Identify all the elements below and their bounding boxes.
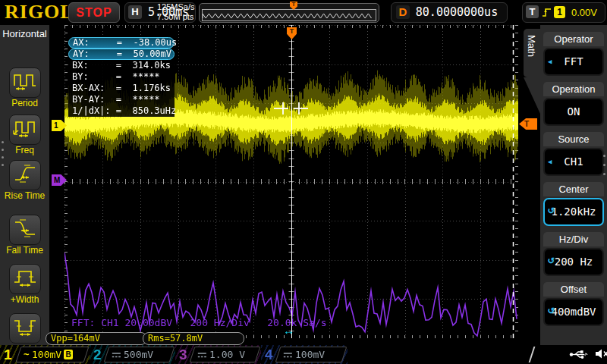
delay-value: 80.0000000us — [411, 3, 502, 22]
channel-1-status[interactable]: 1 ~100mVB — [0, 345, 90, 364]
softkey-label: Offset — [543, 282, 604, 297]
softkey-label: Center — [543, 182, 604, 196]
softkey-value-text: 200 Hz — [555, 256, 593, 268]
menu-page-dot — [2, 149, 4, 151]
menu-item-label: Fall Time — [0, 246, 49, 255]
rise-time-icon — [13, 163, 37, 187]
menu-item-period[interactable]: Period — [0, 67, 49, 108]
menu-item-fall-time[interactable]: Fall Time — [0, 215, 49, 255]
softkey-value-text: ON — [568, 105, 580, 118]
cursor-measurement-box: AX: = -38.00usAY: = 50.00mVBX: = 314.0ks… — [68, 37, 175, 117]
menu-item-label: Period — [0, 99, 49, 108]
menu-page-dot — [2, 141, 4, 143]
preview-window — [202, 9, 376, 21]
menu-item-label: Freq — [0, 146, 49, 155]
softkey-operation[interactable]: Operation ON — [543, 82, 604, 126]
softkey-value[interactable]: ON — [543, 98, 604, 126]
rigol-logo: RIGOL — [5, 1, 74, 24]
channel-slot[interactable]: 100mV — [275, 347, 348, 362]
minus-width-icon — [13, 316, 37, 340]
softkey-value[interactable]: ◀ FFT — [543, 48, 604, 76]
menu-page-dot — [603, 173, 605, 175]
channel-slot[interactable]: 500mV — [104, 347, 175, 362]
softkey-label: Source — [543, 132, 604, 146]
fft-horizontal-position-marker[interactable]: ↔ — [283, 324, 294, 337]
acquisition-info: 125MSa/s 7.50M pts — [157, 2, 195, 22]
fall-time-icon — [13, 218, 37, 242]
trigger-box[interactable]: T 1 0.00V — [522, 2, 605, 23]
vpp-measurement: Vpp=164mV — [46, 332, 147, 345]
channel-scale: 1.00 V — [209, 349, 245, 360]
math-tab-notch — [524, 77, 540, 114]
channel-slot[interactable]: ~100mVB — [16, 347, 90, 362]
rms-measurement: Rms=57.8mV — [143, 332, 244, 345]
menu-item-tile[interactable] — [9, 313, 41, 344]
cursor-row-ax: AX: = -38.00us — [68, 37, 175, 49]
run-stop-status[interactable]: STOP — [68, 2, 120, 23]
channel-status-bar: 1 ~100mVB2 500mV3 1.00 V4 100mV — [0, 345, 607, 364]
menu-item-freq[interactable]: Freq — [0, 115, 49, 155]
softkey-label: Operation — [543, 82, 604, 96]
cursor-row-ay: AY: = 50.00mV — [68, 49, 175, 60]
channel-slot[interactable]: 1.00 V — [190, 347, 261, 362]
softkey-offset[interactable]: Offset ↺ 400mdBV — [543, 282, 604, 326]
left-measure-menu: Horizontal Period Freq Rise Time Fall Ti… — [0, 25, 49, 345]
softkey-center[interactable]: Center ↺ 1.20kHz — [543, 182, 604, 226]
channel-number: 1 — [4, 345, 12, 364]
softkey-value[interactable]: ◀ CH1 — [543, 148, 604, 176]
softkey-value[interactable]: ↺ 400mdBV — [543, 298, 604, 326]
channel-4-status[interactable]: 4 100mV — [261, 345, 348, 364]
channel-3-status[interactable]: 3 1.00 V — [175, 345, 261, 364]
softkey-hz-div[interactable]: Hz/Div ↺ 200 Hz — [543, 232, 604, 276]
softkey-value[interactable]: ↺ 1.20kHz — [543, 198, 604, 226]
oscilloscope-screen: RIGOL STOP H 5.00ms 125MSa/s 7.50M pts T… — [0, 0, 607, 364]
ac-coupling-icon: ~ — [24, 349, 30, 360]
select-arrow-icon: ◀ — [548, 149, 552, 174]
menu-item-tile[interactable] — [9, 115, 41, 145]
bandwidth-limit-icon: B — [64, 350, 73, 359]
softkey-source[interactable]: Source ◀ CH1 — [543, 132, 604, 176]
statusbar-separator — [529, 347, 536, 362]
menu-item-rise-time[interactable]: Rise Time — [0, 160, 49, 200]
trigger-level-marker[interactable]: T — [519, 118, 537, 130]
left-menu-title: Horizontal — [0, 28, 49, 39]
softkey-value-text: 400mdBV — [551, 306, 596, 318]
preview-waveform — [203, 11, 374, 20]
channel-number: 4 — [265, 345, 273, 364]
channel-scale: 100mV — [295, 349, 325, 360]
h-label: H — [128, 5, 142, 19]
channel-number: 3 — [179, 345, 187, 364]
delay-label: D — [396, 5, 410, 19]
channel-2-status[interactable]: 2 500mV — [90, 345, 175, 364]
menu-item-tile[interactable] — [9, 160, 41, 190]
menu-item-tile[interactable] — [9, 215, 41, 245]
trigger-source-badge: 1 — [554, 6, 565, 18]
menu-item-label: Rise Time — [0, 191, 49, 200]
top-bar: RIGOL STOP H 5.00ms 125MSa/s 7.50M pts T… — [0, 0, 607, 25]
channel-number: 2 — [93, 345, 102, 364]
cursor-row-dx: 1/|dX|: = 850.3uHz — [68, 105, 175, 117]
menu-page-dot — [603, 155, 605, 157]
menu-page-dot — [2, 156, 4, 158]
select-arrow-icon: ◀ — [548, 49, 552, 74]
softkey-value-text: CH1 — [564, 155, 583, 168]
trigger-level-value: 0.00V — [567, 3, 602, 22]
freq-icon — [13, 118, 37, 142]
cursor-row-bx: BX: = 314.0ks — [68, 60, 175, 71]
softkey-value[interactable]: ↺ 200 Hz — [543, 248, 604, 276]
menu-item--width[interactable]: +Width — [0, 264, 49, 304]
delay-box[interactable]: D 80.0000000us — [391, 2, 508, 23]
channel-scale: 500mV — [124, 349, 153, 360]
math-menu-tab[interactable]: Math — [524, 29, 540, 77]
waveform-display: AX: = -38.00usAY: = 50.00mVBX: = 314.0ks… — [64, 25, 518, 338]
memory-depth: 7.50M pts — [157, 12, 195, 22]
menu-item-tile[interactable] — [9, 67, 41, 98]
waveform-preview-bar[interactable]: T — [199, 3, 379, 23]
sound-muted-icon — [595, 348, 607, 362]
menu-item-tile[interactable] — [9, 264, 41, 294]
trigger-label: T — [526, 5, 539, 18]
channel-scale: 100mV — [32, 349, 61, 360]
cursor-row-byay: BY-AY: = ***** — [68, 94, 175, 105]
softkey-operator[interactable]: Operator ◀ FFT — [543, 32, 604, 76]
period-icon — [13, 71, 37, 95]
